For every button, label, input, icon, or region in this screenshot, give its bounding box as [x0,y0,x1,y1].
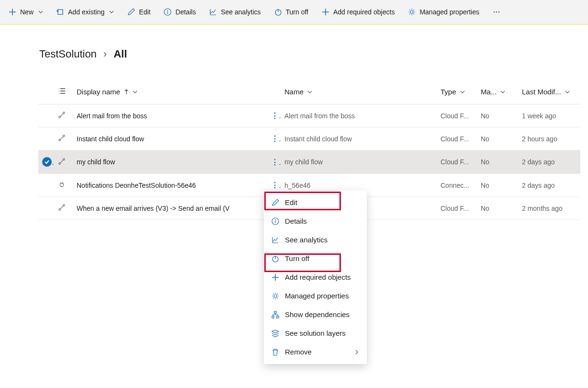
add-required-label: Add required objects [333,8,395,16]
svg-point-17 [275,219,276,220]
ctx-turn-off[interactable]: Turn off [264,249,367,268]
list-view-toggle[interactable] [58,87,66,95]
chevron-down-icon [109,10,114,14]
row-type: Cloud F... [441,158,469,166]
header-last-modified[interactable]: Last Modif... [522,88,570,96]
row-more-button[interactable]: ⋮ [271,112,281,120]
row-more-button[interactable]: ⋮ [271,135,281,143]
row-more-button[interactable]: ⋮ [271,158,281,166]
managed-props-button[interactable]: Managed properties [403,5,484,19]
ctx-remove[interactable]: Remove [264,342,367,361]
row-name: my child flow [284,158,323,166]
breadcrumb-separator: › [103,48,107,60]
chevron-down-icon [38,10,43,14]
analytics-label: See analytics [221,8,260,16]
ctx-edit-label: Edit [285,198,297,206]
ctx-managed-props[interactable]: Managed properties [264,286,367,305]
new-label: New [20,8,34,16]
chevron-right-icon [354,350,359,354]
ctx-add-required[interactable]: Add required objects [264,268,367,286]
table-row[interactable]: Alert mail from the boss⋮Alert mail from… [38,104,580,127]
edit-button[interactable]: Edit [123,5,155,19]
row-type: Cloud F... [441,135,469,143]
table-header-row: Display name Name Type [38,80,580,104]
row-managed: No [481,135,489,143]
list-icon [58,87,66,95]
svg-point-7 [498,11,500,13]
plus-icon [322,8,329,16]
row-display-name[interactable]: Instant child cloud flow [77,135,144,143]
turn-off-button[interactable]: Turn off [270,5,313,19]
sort-up-icon [124,89,129,95]
chevron-down-icon [307,90,312,94]
row-type: Cloud F... [441,112,469,120]
row-last-modified: 2 days ago [522,182,555,189]
managed-props-label: Managed properties [419,8,479,16]
row-name: Alert mail from the boss [284,112,355,120]
overflow-button[interactable] [488,5,505,19]
svg-point-2 [167,10,168,11]
svg-rect-20 [274,311,276,313]
row-last-modified: 2 months ago [522,205,563,212]
row-display-name[interactable]: Alert mail from the boss [77,112,147,120]
row-managed: No [481,205,489,212]
breadcrumb-root[interactable]: TestSolution [39,48,97,60]
svg-point-15 [63,205,65,206]
ctx-analytics[interactable]: See analytics [264,230,367,249]
row-name: h_56e46 [284,182,311,189]
row-display-name[interactable]: Notifications DeonheTestSolution-56e46 [77,182,196,189]
svg-point-19 [274,295,277,297]
ctx-show-deps[interactable]: Show dependencies [264,305,367,324]
add-existing-button[interactable]: Add existing [52,5,119,19]
add-required-button[interactable]: Add required objects [317,5,399,19]
table-row[interactable]: Instant child cloud flow⋮Instant child c… [38,127,580,150]
ctx-solution-layers-label: See solution layers [285,329,346,337]
ctx-managed-props-label: Managed properties [285,292,349,300]
ctx-details-label: Details [285,217,307,225]
row-managed: No [481,112,489,120]
header-name[interactable]: Name [284,88,312,96]
svg-rect-21 [272,316,274,318]
details-label: Details [175,8,196,16]
ctx-edit[interactable]: Edit [264,193,367,212]
ctx-solution-layers[interactable]: See solution layers [264,324,367,342]
new-button[interactable]: New [4,5,48,19]
plus-icon [9,8,16,16]
info-icon [164,8,171,16]
header-display-name[interactable]: Display name [77,88,137,96]
details-button[interactable]: Details [159,5,201,19]
ctx-analytics-label: See analytics [285,236,328,244]
row-more-button[interactable]: ⋮ [271,181,281,189]
analytics-icon [271,236,279,244]
header-type[interactable]: Type [441,88,465,96]
chevron-down-icon [460,90,465,94]
breadcrumb-current: All [113,48,127,60]
info-icon [271,217,279,225]
ctx-turn-off-label: Turn off [285,254,309,262]
header-managed-label: Ma... [481,88,497,96]
svg-rect-22 [277,316,279,318]
flow-icon [58,135,65,143]
header-managed[interactable]: Ma... [481,88,505,96]
row-display-name[interactable]: my child flow [77,158,115,166]
chevron-down-icon [133,90,137,94]
header-last-modified-label: Last Modif... [522,88,561,96]
layers-icon [271,330,279,337]
table-row[interactable]: my child flow⋮my child flowCloud F...No2… [38,150,580,174]
context-menu: Edit Details See analytics Turn off Add … [264,190,367,364]
row-last-modified: 1 week ago [522,112,556,120]
turn-off-label: Turn off [286,8,308,16]
power-icon [274,8,282,16]
row-last-modified: 2 hours ago [522,135,557,143]
edit-label: Edit [139,8,150,16]
flow-icon [58,159,65,166]
see-analytics-button[interactable]: See analytics [204,5,265,19]
row-display-name[interactable]: When a new email arrives (V3) -> Send an… [77,205,229,212]
pencil-icon [127,8,135,16]
flow-icon [58,205,65,212]
svg-point-5 [494,11,495,13]
svg-rect-0 [58,10,63,14]
breadcrumb: TestSolution › All [38,25,577,80]
ctx-details[interactable]: Details [264,212,367,230]
row-selected-check[interactable] [42,157,52,167]
